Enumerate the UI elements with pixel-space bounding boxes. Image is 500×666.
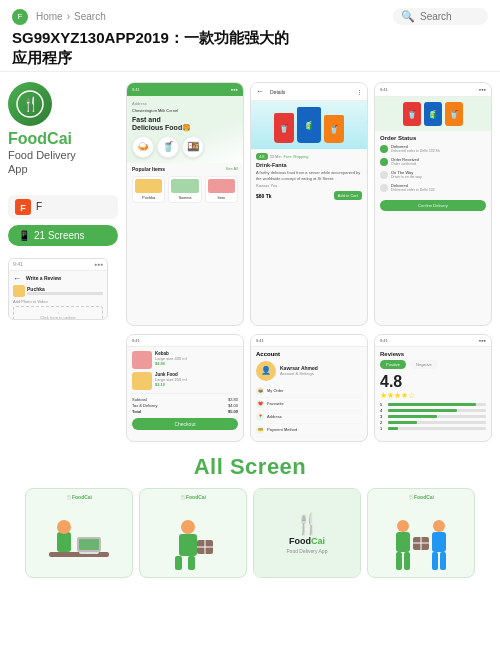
- pc-tax-label: Tax & Delivery: [132, 403, 158, 408]
- bottom-phone-1: 🍴FoodCai: [25, 488, 133, 578]
- review-item-text: Puchka: [27, 286, 103, 295]
- phone-hero: 9:41 ●●● Address Chesterington Milk Corn…: [126, 82, 244, 326]
- p1-food-items: 🍛 🥤 🍱: [132, 136, 238, 158]
- pa-menu-favourite[interactable]: ❤️ Favourite: [256, 398, 362, 411]
- screens-count-label: 21 Screens: [34, 230, 85, 241]
- pa-time: 9:41: [256, 338, 264, 343]
- pc-tax-row: Tax & Delivery $4.00: [132, 403, 238, 408]
- pa-avatar: 👤: [256, 361, 276, 381]
- breadcrumb-search[interactable]: Search: [74, 11, 106, 22]
- p3-drinks-top: 🥤 🧃 🥤: [375, 97, 491, 131]
- pc-item-sub-1: Large size 400 ml: [155, 356, 187, 361]
- review-item-row: Puchka: [13, 285, 103, 297]
- breadcrumb: Home › Search: [36, 11, 106, 22]
- upload-area[interactable]: ↑ Click here to update: [13, 306, 103, 320]
- svg-rect-14: [188, 556, 195, 570]
- p3-can-1: 🥤: [403, 102, 421, 126]
- ps-body-1: ← Write a Review Puchka Add Photo or Vid…: [9, 271, 107, 320]
- p4-title: Reviews: [380, 351, 486, 357]
- p3-dot-4: [380, 184, 388, 192]
- p2-more-icon[interactable]: ⋮: [357, 89, 362, 95]
- pc-item-sub-2: Large size 250 ml: [155, 377, 187, 382]
- p4-stars: ★★★★☆: [380, 391, 486, 400]
- pc-subtotal-val: $3.80: [228, 397, 238, 402]
- search-bar[interactable]: 🔍: [393, 8, 488, 25]
- p4-tab-positive[interactable]: Positive: [380, 360, 406, 369]
- p4-tabs: Positive Negative: [380, 360, 486, 369]
- p2-add-cart-btn[interactable]: Add to Cart: [334, 191, 362, 200]
- drink-cup-1: 🥤: [274, 113, 294, 143]
- p4-tab-negative[interactable]: Negative: [410, 360, 438, 369]
- p3-status-onway: On The Way Driver is on the way: [380, 170, 486, 179]
- pc-item-2: Junk Food Large size 250 ml $3.10: [132, 372, 238, 390]
- breadcrumb-home[interactable]: Home: [36, 11, 63, 22]
- drink-body-2: 🧃: [297, 107, 321, 143]
- review-item-img: [13, 285, 25, 297]
- pa-fav-icon: ❤️: [256, 400, 264, 408]
- p1-food-img-2: [171, 179, 198, 193]
- p2-item-name: Drink-Fanta: [256, 162, 362, 168]
- drink-cup-3: 🥤: [324, 115, 344, 143]
- svg-rect-20: [432, 532, 446, 552]
- p2-back[interactable]: ←: [256, 87, 264, 96]
- svg-rect-24: [396, 552, 402, 570]
- p4-prog-fill-4: [388, 409, 457, 412]
- screens-button[interactable]: 📱 21 Screens: [8, 225, 118, 246]
- pa-menu-payment[interactable]: 💳 Payment Method: [256, 424, 362, 437]
- pc-total-val: $5.00: [228, 409, 238, 414]
- splash-food: Food: [289, 536, 311, 546]
- svg-point-6: [57, 520, 71, 534]
- p3-dot-2: [380, 158, 388, 166]
- pa-menu-label-2: Favourite: [267, 401, 284, 406]
- figma-button[interactable]: F F: [8, 195, 118, 219]
- brand-name: FoodCai: [8, 130, 72, 148]
- phone-details: ← Details ⋮ 🥤 🧃 🥤 4.8 30 Min F: [250, 82, 368, 326]
- brand-logo-icon: 🍴: [8, 82, 52, 126]
- food-item-1: 🍛: [132, 136, 154, 158]
- phone-reviews: 9:41 ●●● Reviews Positive Negative 4.8 ★…: [374, 334, 492, 442]
- pc-checkout-btn[interactable]: Checkout: [132, 418, 238, 430]
- brand-sidebar: 🍴 FoodCai Food Delivery App F F 📱 21 Scr…: [8, 82, 118, 326]
- add-photo-label: Add Photo or Video: [13, 299, 103, 304]
- p1-time: 9:41: [132, 87, 140, 92]
- pa-addr-icon: 📍: [256, 413, 264, 421]
- p2-time: 30 Min: [270, 154, 282, 159]
- pc-subtotal-row: Subtotal $3.80: [132, 397, 238, 402]
- ps-header-1: 9:41●●●: [9, 259, 107, 271]
- svg-rect-13: [175, 556, 182, 570]
- main-content: 🍴 FoodCai Food Delivery App F F 📱 21 Scr…: [0, 72, 500, 334]
- phones-grid: 9:41 ●●● Address Chesterington Milk Corn…: [126, 82, 492, 326]
- search-input[interactable]: [420, 11, 480, 22]
- phone-order-status: 9:41 ●●● 🥤 🧃 🥤 Order Status Delivered De…: [374, 82, 492, 326]
- p2-desc: A frothy delicious food from a server wh…: [256, 170, 362, 181]
- p2-total-price: $60 Tk: [256, 193, 272, 199]
- p4-signal: ●●●: [479, 338, 486, 343]
- drink-cup-2: 🧃: [297, 107, 321, 143]
- p4-prog-row-1: 1: [380, 426, 486, 431]
- pa-menu-label-4: Payment Method: [267, 427, 297, 432]
- bottom-logo-4: 🍴FoodCai: [408, 494, 434, 500]
- p1-food-img-1: [135, 179, 162, 193]
- pa-menu-address[interactable]: 📍 Address: [256, 411, 362, 424]
- pa-title: Account: [256, 351, 362, 357]
- pa-order-icon: 📦: [256, 387, 264, 395]
- p3-confirm-btn[interactable]: Confirm Delivery: [380, 200, 486, 211]
- breadcrumb-sep: ›: [67, 11, 70, 22]
- svg-rect-25: [404, 552, 410, 570]
- food-item-2: 🥤: [157, 136, 179, 158]
- p1-food-name-2: Sweets: [171, 195, 198, 200]
- p3-status-text-4: Delivered Delivered order to Delhi 502: [391, 183, 435, 192]
- p2-shipping: Free Shipping: [284, 154, 309, 159]
- food-item-3: 🍱: [182, 136, 204, 158]
- svg-rect-26: [432, 552, 438, 570]
- p1-see-all[interactable]: See All: [226, 166, 238, 174]
- p4-prog-fill-5: [388, 403, 476, 406]
- bottom-phone-3: 🍴 FoodCai Food Delivery App: [253, 488, 361, 578]
- phone-account: 9:41 Account 👤 Kawrsar Ahmed Account & S…: [250, 334, 368, 442]
- pa-menu-orders[interactable]: 📦 My Order: [256, 385, 362, 398]
- phone-preview-review: 9:41●●● ← Write a Review Puchka Add Phot…: [8, 258, 108, 320]
- p1-food-card-1: Puchka: [132, 176, 165, 203]
- page-header: F Home › Search 🔍 SG99XYZ130APP2019：一款功能…: [0, 0, 500, 72]
- svg-rect-11: [179, 534, 197, 556]
- pc-body: Kebab Large size 400 ml $4.80 Junk Food …: [127, 347, 243, 434]
